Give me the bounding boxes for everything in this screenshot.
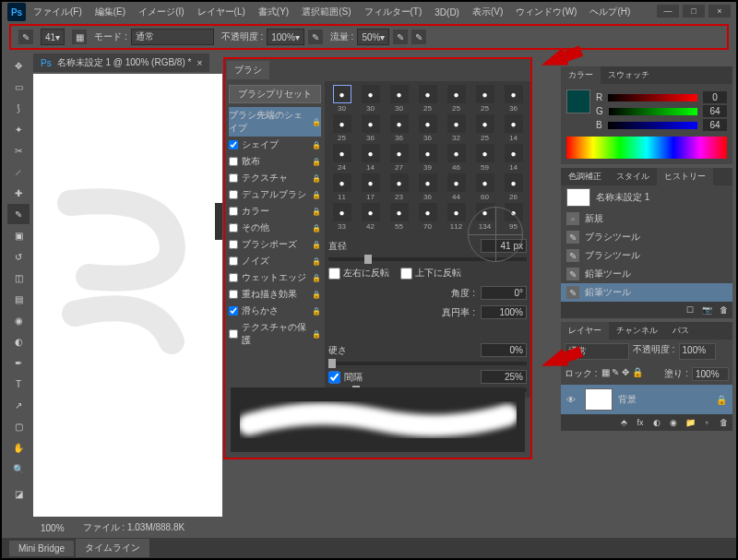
stamp-tool[interactable]: ▣ <box>7 225 30 245</box>
shape-tool[interactable]: ▢ <box>7 416 30 436</box>
brush-opt[interactable]: 散布🔒 <box>229 153 321 170</box>
brush-tip[interactable]: ●23 <box>386 173 412 201</box>
brush-opt[interactable]: ブラシ先端のシェイプ🔒 <box>229 107 321 137</box>
r-value[interactable]: 0 <box>703 91 727 103</box>
brush-tip[interactable]: ●70 <box>414 203 441 231</box>
brush-tip[interactable]: ●44 <box>443 173 470 201</box>
tab-history[interactable]: ヒストリー <box>657 168 713 185</box>
brush-tip[interactable]: ●25 <box>471 85 498 113</box>
brush-tip[interactable]: ●112 <box>443 203 470 231</box>
blur-tool[interactable]: ◉ <box>7 310 30 330</box>
brush-size-dd[interactable]: 41 ▾ <box>41 29 65 45</box>
brush-preset-button[interactable]: ブラシプリセット <box>229 85 321 103</box>
document-close-icon[interactable]: × <box>196 58 202 68</box>
brush-tip[interactable]: ●14 <box>500 144 527 172</box>
lasso-tool[interactable]: ⟆ <box>7 98 30 118</box>
opacity-pressure-icon[interactable]: ✎ <box>308 30 323 44</box>
window-min[interactable]: — <box>657 5 679 18</box>
brush-opt[interactable]: その他🔒 <box>229 220 321 236</box>
fx-icon[interactable]: fx <box>633 416 648 429</box>
flip-y-check[interactable]: 上下に反転 <box>400 267 461 280</box>
fg-color-swatch[interactable] <box>566 89 590 113</box>
hardness-slider[interactable] <box>328 362 527 365</box>
lock-icons[interactable]: ▦ ✎ ✥ 🔒 <box>601 367 643 381</box>
snapshot-icon[interactable]: ☐ <box>683 304 697 316</box>
mask-icon[interactable]: ◐ <box>649 416 664 429</box>
tab-swatch[interactable]: スウォッチ <box>601 66 657 84</box>
brush-tip[interactable]: ●36 <box>500 85 527 113</box>
brush-tip[interactable]: ●46 <box>443 144 470 172</box>
brush-tip[interactable]: ●30 <box>386 85 412 113</box>
fg-bg-swatch[interactable]: ◪ <box>7 480 30 507</box>
history-item[interactable]: ▫新規 <box>561 209 732 228</box>
b-slider[interactable] <box>608 122 697 129</box>
menu-image[interactable]: イメージ(I) <box>133 3 189 21</box>
tab-color[interactable]: カラー <box>561 66 601 84</box>
zoom-level[interactable]: 100% <box>41 523 65 533</box>
brush-tip[interactable]: ●25 <box>471 114 498 142</box>
brush-panel-tab[interactable]: ブラシ <box>227 61 269 79</box>
layer-name[interactable]: 背景 <box>618 393 637 406</box>
tab-minibridge[interactable]: Mini Bridge <box>9 541 74 556</box>
brush-tip[interactable]: ●14 <box>500 114 527 142</box>
tab-channels[interactable]: チャンネル <box>609 322 665 340</box>
brush-tip[interactable]: ●33 <box>328 203 355 231</box>
brush-tip[interactable]: ●25 <box>328 114 355 142</box>
menu-3d[interactable]: 3D(D) <box>429 5 465 20</box>
tab-styles[interactable]: スタイル <box>609 168 657 185</box>
menu-window[interactable]: ウィンドウ(W) <box>510 3 582 21</box>
brush-tip[interactable]: ●36 <box>357 114 384 142</box>
menu-layer[interactable]: レイヤー(L) <box>192 3 251 21</box>
type-tool[interactable]: T <box>7 374 30 394</box>
path-tool[interactable]: ↗ <box>7 395 30 415</box>
tool-preset-icon[interactable]: ✎ <box>18 30 33 44</box>
move-tool[interactable]: ✥ <box>7 55 30 76</box>
spacing-field[interactable]: 25% <box>481 370 527 384</box>
g-value[interactable]: 64 <box>703 105 727 117</box>
brush-tip[interactable]: ●36 <box>386 114 412 142</box>
brush-tip[interactable]: ●25 <box>414 85 441 113</box>
brush-tool[interactable]: ✎ <box>7 204 30 224</box>
heal-tool[interactable]: ✚ <box>7 183 30 203</box>
brush-tip[interactable]: ●14 <box>357 144 384 172</box>
menu-view[interactable]: 表示(V) <box>467 3 508 21</box>
brush-opt[interactable]: 滑らかさ🔒 <box>229 303 321 319</box>
hand-tool[interactable]: ✋ <box>7 437 30 458</box>
history-doc[interactable]: 名称未設定 1 <box>561 185 732 209</box>
scrollbar[interactable] <box>215 203 222 240</box>
history-item[interactable]: ✎ブラシツール <box>561 246 732 265</box>
brush-tip[interactable]: ●36 <box>414 173 441 201</box>
gradient-tool[interactable]: ▤ <box>7 289 30 309</box>
angle-control[interactable] <box>468 207 523 262</box>
brush-tip[interactable]: ●36 <box>414 114 441 142</box>
spacing-check[interactable]: 間隔 <box>328 371 363 384</box>
color-spectrum[interactable] <box>566 137 727 159</box>
brush-tip[interactable]: ●11 <box>328 173 355 201</box>
crop-tool[interactable]: ✂ <box>7 140 30 161</box>
brush-tip[interactable]: ●60 <box>471 173 498 201</box>
pen-tool[interactable]: ✒ <box>7 352 30 373</box>
brush-opt[interactable]: 重ね描き効果🔒 <box>229 286 321 303</box>
folder-icon[interactable]: 📁 <box>683 416 697 429</box>
tab-adjust[interactable]: 色調補正 <box>561 168 609 185</box>
menu-select[interactable]: 選択範囲(S) <box>296 3 356 21</box>
airbrush-icon[interactable]: ✎ <box>393 30 408 44</box>
layer-fill[interactable]: 100% <box>692 367 729 381</box>
tab-paths[interactable]: パス <box>665 322 696 340</box>
b-value[interactable]: 64 <box>703 119 727 131</box>
history-brush-tool[interactable]: ↺ <box>7 246 30 267</box>
flip-x-check[interactable]: 左右に反転 <box>328 267 389 280</box>
adjust-icon[interactable]: ◉ <box>666 416 681 429</box>
history-item[interactable]: ✎鉛筆ツール <box>561 283 732 302</box>
roundness-field[interactable]: 100% <box>481 305 527 319</box>
layer-row[interactable]: 👁 背景 🔒 <box>561 385 732 414</box>
eraser-tool[interactable]: ◫ <box>7 268 30 288</box>
window-max[interactable]: □ <box>683 5 705 18</box>
layer-visibility-icon[interactable]: 👁 <box>566 395 579 405</box>
hardness-field[interactable]: 0% <box>481 343 527 357</box>
menu-type[interactable]: 書式(Y) <box>253 3 294 21</box>
brush-tip[interactable]: ●55 <box>386 203 412 231</box>
tablet-pressure-icon[interactable]: ✎ <box>411 30 426 44</box>
window-close[interactable]: × <box>708 5 731 18</box>
brush-tip[interactable]: ●32 <box>443 114 470 142</box>
